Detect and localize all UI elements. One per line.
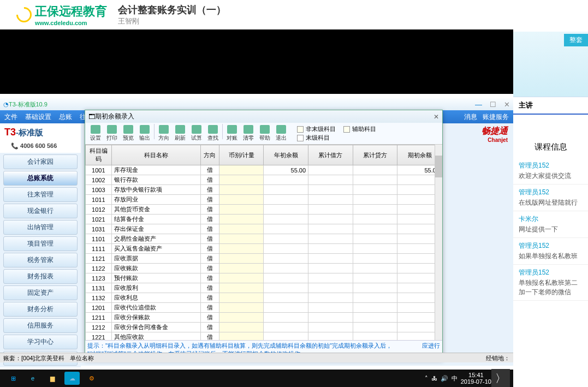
table-row[interactable]: 1011存放同业借 xyxy=(86,195,442,205)
menu-file[interactable]: 文件 xyxy=(4,112,17,122)
logo-text: 正保远程教育 xyxy=(35,4,107,18)
lecturer-label: 主讲 xyxy=(513,97,588,115)
table-row[interactable]: 1212应收分保合同准备金借 xyxy=(86,323,442,332)
sidebar-item-7[interactable]: 财务报表 xyxy=(3,269,78,284)
task-app2[interactable]: ⚙ xyxy=(84,372,99,385)
table-row[interactable]: 1101交易性金融资产借 xyxy=(86,234,442,244)
logo-icon xyxy=(13,4,35,26)
table-row[interactable]: 1031存出保证金借 xyxy=(86,224,442,234)
app-icon: ◔ xyxy=(3,101,9,108)
col-header[interactable]: 累计借方 xyxy=(308,145,353,165)
maximize-button[interactable]: ☐ xyxy=(490,100,496,109)
balance-grid[interactable]: 科目编码科目名称方向币别/计量年初余额累计借方累计贷方期初余额 1001库存现金… xyxy=(85,145,442,347)
minimize-button[interactable]: — xyxy=(475,100,482,109)
tool-退出[interactable]: 退出 xyxy=(273,124,289,143)
table-row[interactable]: 1003存放中央银行款项借 xyxy=(86,185,442,195)
dialog-close-button[interactable]: ✕ xyxy=(433,113,439,121)
sidebar-item-4[interactable]: 出纳管理 xyxy=(3,220,78,235)
sidebar-item-6[interactable]: 税务管家 xyxy=(3,253,78,267)
table-row[interactable]: 1122应收账款借 xyxy=(86,264,442,273)
chat-user: 卡米尔 xyxy=(519,215,583,224)
logo-url: www.cdeledu.com xyxy=(35,20,107,26)
tray-clock[interactable]: 15:41 2019-07-10 xyxy=(461,372,491,385)
brand-std: -标准版 xyxy=(16,128,43,137)
hotline-number: 4006 600 566 xyxy=(20,142,57,149)
tool-清零[interactable]: 清零 xyxy=(240,124,257,143)
start-button[interactable]: ⊞ xyxy=(5,372,21,385)
brand-right: 畅捷通 Chanjet xyxy=(482,126,508,143)
next-button[interactable]: 〉 xyxy=(491,369,510,387)
col-header[interactable]: 科目名称 xyxy=(111,145,200,165)
table-row[interactable]: 1012其他货币资金借 xyxy=(86,205,442,215)
sidebar-item-3[interactable]: 现金银行 xyxy=(3,204,78,218)
legend-leaf-icon xyxy=(297,135,304,141)
table-row[interactable]: 1211应收分保账款借 xyxy=(86,313,442,323)
tool-输出[interactable]: 输出 xyxy=(136,124,153,143)
task-edge[interactable]: e xyxy=(25,372,40,385)
close-button[interactable]: ✕ xyxy=(504,100,510,109)
sidebar-item-8[interactable]: 固定资产 xyxy=(3,285,78,300)
status-company: 单位名称 xyxy=(70,354,94,361)
tool-刷新[interactable]: 刷新 xyxy=(172,124,188,143)
table-row[interactable]: 1111买入返售金融资产借 xyxy=(86,244,442,254)
video-area[interactable] xyxy=(0,29,513,94)
chat-item: 管理员152在线版网址登陆就行 xyxy=(513,184,588,211)
chat-user: 管理员152 xyxy=(519,268,583,277)
chat-msg: 欢迎大家提供交流 xyxy=(519,171,583,181)
col-header[interactable]: 科目编码 xyxy=(86,145,112,165)
dialog-title: 期初余额录入 xyxy=(95,112,134,121)
sidebar-item-10[interactable]: 信用服务 xyxy=(3,318,78,333)
legend-nonleaf-icon xyxy=(297,126,304,133)
tool-方向[interactable]: 方向 xyxy=(156,124,172,143)
col-header[interactable]: 累计贷方 xyxy=(353,145,397,165)
menu-gl[interactable]: 总账 xyxy=(59,112,72,122)
sidebar-item-11[interactable]: 学习中心 xyxy=(3,335,78,349)
tray-time: 15:41 xyxy=(461,372,491,378)
table-row[interactable]: 1132应收利息借 xyxy=(86,293,442,303)
tray-vol-icon[interactable]: 🔊 xyxy=(441,375,448,382)
tray-up-icon[interactable]: ˄ xyxy=(425,375,428,382)
tool-对账[interactable]: 对账 xyxy=(224,124,240,143)
sidebar-item-1[interactable]: 总账系统 xyxy=(3,171,78,186)
scrollbar-thumb[interactable] xyxy=(435,156,442,177)
table-row[interactable]: 1021结算备付金借 xyxy=(86,215,442,224)
table-row[interactable]: 1001库存现金借55.0055.00 xyxy=(86,165,442,175)
task-app1[interactable]: ☁ xyxy=(64,372,80,385)
tool-打印[interactable]: 打印 xyxy=(104,124,120,143)
course-info-title: 课程信息 xyxy=(513,115,588,158)
chat-user: 管理员152 xyxy=(519,241,583,251)
menu-settings[interactable]: 基础设置 xyxy=(25,112,51,122)
sidebar-brand: T3-标准版 xyxy=(0,123,81,141)
tool-设置[interactable]: 设置 xyxy=(87,124,104,143)
sidebar-item-0[interactable]: 会计家园 xyxy=(3,154,78,169)
vertical-scrollbar[interactable] xyxy=(435,145,442,347)
sidebar-item-5[interactable]: 项目管理 xyxy=(3,236,78,251)
system-tray: ˄ 🖧 🔊 中 15:41 2019-07-10 xyxy=(425,372,491,385)
menu-service[interactable]: 账捷服务 xyxy=(483,112,509,122)
tool-预览[interactable]: 预览 xyxy=(120,124,136,143)
col-header[interactable]: 方向 xyxy=(200,145,219,165)
tool-帮助[interactable]: 帮助 xyxy=(257,124,273,143)
sidebar-item-9[interactable]: 财务分析 xyxy=(3,302,78,317)
tray-ime-icon[interactable]: 中 xyxy=(452,374,458,383)
page-title: 会计整套账务实训（一） xyxy=(118,3,226,16)
table-row[interactable]: 1002银行存款借 xyxy=(86,175,442,185)
table-row[interactable]: 1123预付账款借 xyxy=(86,273,442,283)
grid-wrap: 科目编码科目名称方向币别/计量年初余额累计借方累计贷方期初余额 1001库存现金… xyxy=(85,145,442,347)
chat-msg: 如果单独报名私教班 xyxy=(519,252,583,261)
logo: 正保远程教育 www.cdeledu.com xyxy=(16,3,107,26)
chat-item: 管理员152如果单独报名私教班 xyxy=(513,238,588,265)
tray-date: 2019-07-10 xyxy=(461,378,491,385)
table-row[interactable]: 1121应收票据借 xyxy=(86,254,442,264)
tray-net-icon[interactable]: 🖧 xyxy=(431,375,437,382)
menu-message[interactable]: 消息 xyxy=(464,112,477,122)
table-row[interactable]: 1131应收股利借 xyxy=(86,283,442,293)
table-row[interactable]: 1201应收代位追偿款借 xyxy=(86,303,442,313)
sidebar-item-2[interactable]: 往来管理 xyxy=(3,187,78,202)
task-folder[interactable]: ▆ xyxy=(45,372,60,385)
col-header[interactable]: 币别/计量 xyxy=(219,145,264,165)
tool-试算[interactable]: 试算 xyxy=(188,124,205,143)
tool-查找[interactable]: 查找 xyxy=(205,124,221,143)
taskbar: ⊞ e ▆ ☁ ⚙ ˄ 🖧 🔊 中 15:41 2019-07-10 〉 xyxy=(0,370,513,387)
col-header[interactable]: 年初余额 xyxy=(264,145,308,165)
